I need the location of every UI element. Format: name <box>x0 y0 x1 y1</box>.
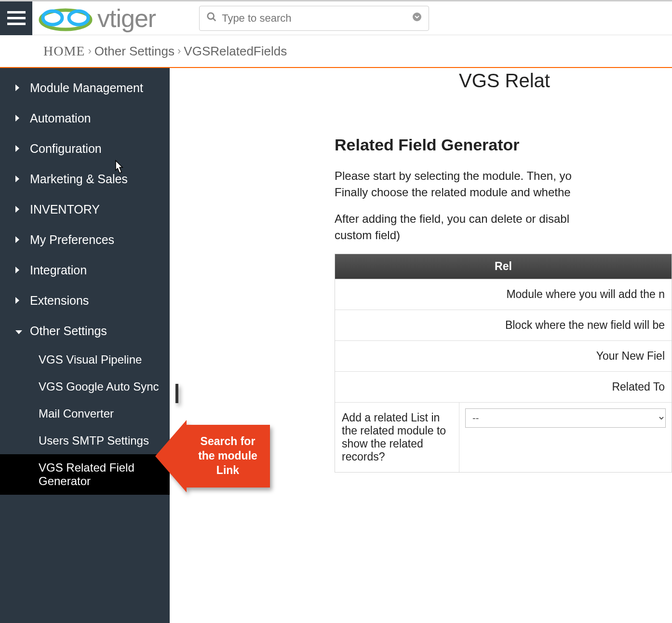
main-content: VGS Relat Related Field Generator Please… <box>170 68 672 623</box>
search-box[interactable] <box>199 6 429 31</box>
chevron-right-icon <box>14 233 21 247</box>
svg-point-6 <box>208 13 214 19</box>
chevron-right-icon: › <box>177 45 181 57</box>
chevron-right-icon <box>14 111 21 125</box>
breadcrumb-item[interactable]: VGSRelatedFields <box>184 44 287 59</box>
config-row: Related To <box>335 372 672 403</box>
body: Module Management Automation Configurati… <box>0 68 672 623</box>
config-row: Your New Fiel <box>335 341 672 372</box>
sidebar-subitem-google-auto-sync[interactable]: VGS Google Auto Sync <box>0 373 170 400</box>
hamburger-menu-button[interactable] <box>0 1 32 35</box>
chevron-right-icon <box>14 263 21 277</box>
sidebar-item-label: Configuration <box>30 142 102 156</box>
config-row: Block where the new field will be <box>335 310 672 341</box>
sidebar-item-automation[interactable]: Automation <box>0 103 170 134</box>
sidebar-item-label: INVENTORY <box>30 203 100 217</box>
sidebar-item-label: Automation <box>30 111 91 125</box>
svg-line-7 <box>213 18 216 21</box>
topbar: vtiger <box>0 0 672 35</box>
config-cell-label: Related To <box>335 372 672 402</box>
sidebar-item-label: My Preferences <box>30 233 114 247</box>
breadcrumb-item[interactable]: Other Settings <box>94 44 175 59</box>
sidebar-item-label: Extensions <box>30 294 89 308</box>
logo[interactable]: vtiger <box>38 4 156 33</box>
description-line-1: Please start by selecting the module. Th… <box>335 168 672 200</box>
sidebar-item-inventory[interactable]: INVENTORY <box>0 194 170 225</box>
svg-rect-1 <box>7 17 26 19</box>
config-header: Rel <box>335 254 672 279</box>
svg-rect-2 <box>7 23 26 25</box>
description-line-2: After adding the field, you can delete o… <box>335 211 672 243</box>
config-cell-label: Block where the new field will be <box>335 310 672 340</box>
sidebar-subitem-users-smtp[interactable]: Users SMTP Settings <box>0 427 170 454</box>
sidebar-subitem-mail-converter[interactable]: Mail Converter <box>0 400 170 427</box>
search-input[interactable] <box>222 12 412 25</box>
sidebar-item-configuration[interactable]: Configuration <box>0 134 170 164</box>
section-heading: Related Field Generator <box>335 135 672 154</box>
callout-annotation: Search for the module Link <box>155 425 240 488</box>
sidebar-subitem-label: Mail Converter <box>39 407 114 420</box>
sidebar-item-my-preferences[interactable]: My Preferences <box>0 225 170 255</box>
desc-text: Please start by selecting the module. Th… <box>335 169 572 182</box>
arrow-left-icon <box>155 420 187 492</box>
sidebar-item-label: Module Management <box>30 81 143 95</box>
breadcrumb-home[interactable]: HOME <box>43 43 85 59</box>
sidebar-subitem-related-field-generator[interactable]: VGS Related Field Generator <box>0 454 170 495</box>
desc-text: custom field) <box>335 229 400 242</box>
sidebar-item-module-management[interactable]: Module Management <box>0 73 170 103</box>
sidebar-subitem-label: VGS Visual Pipeline <box>39 353 142 366</box>
chevron-right-icon <box>14 294 21 308</box>
hamburger-icon <box>7 11 26 26</box>
desc-text: After adding the field, you can delete o… <box>335 212 569 225</box>
desc-text: Finally choose the related module and wh… <box>335 186 571 199</box>
config-cell-label: Module where you will add the n <box>335 279 672 310</box>
svg-rect-0 <box>7 11 26 14</box>
page-title: VGS Relat <box>459 70 550 92</box>
sidebar-subitem-label: VGS Related Field Generator <box>39 461 134 488</box>
sidebar: Module Management Automation Configurati… <box>0 68 170 623</box>
sidebar-item-label: Other Settings <box>30 324 107 338</box>
chevron-right-icon <box>14 203 21 217</box>
search-icon <box>206 12 217 25</box>
logo-text: vtiger <box>97 4 156 33</box>
sidebar-subitem-visual-pipeline[interactable]: VGS Visual Pipeline <box>0 346 170 373</box>
chevron-right-icon <box>14 142 21 156</box>
chevron-right-icon <box>14 172 21 186</box>
sidebar-item-integration[interactable]: Integration <box>0 255 170 285</box>
search-dropdown-icon[interactable] <box>412 12 422 25</box>
callout-text: Search for the module Link <box>186 425 270 488</box>
sidebar-item-extensions[interactable]: Extensions <box>0 285 170 316</box>
config-cell-label: Add a related List in the related module… <box>335 403 459 472</box>
sidebar-item-label: Integration <box>30 263 87 277</box>
sidebar-item-label: Marketing & Sales <box>30 172 128 186</box>
svg-point-8 <box>413 13 421 21</box>
callout-stem-icon <box>175 384 178 403</box>
config-cell-label: Your New Fiel <box>335 341 672 371</box>
config-row: Module where you will add the n <box>335 279 672 310</box>
config-cell-input: -- <box>459 403 672 472</box>
chevron-right-icon <box>14 81 21 95</box>
sidebar-subitem-label: Users SMTP Settings <box>39 434 149 447</box>
breadcrumb: HOME › Other Settings › VGSRelatedFields <box>0 35 672 68</box>
chevron-right-icon: › <box>88 45 91 57</box>
chevron-down-icon <box>14 324 21 338</box>
content-area: Related Field Generator Please start by … <box>335 135 672 473</box>
logo-cloud-icon <box>38 4 94 32</box>
related-list-select[interactable]: -- <box>465 408 666 428</box>
config-table: Rel Module where you will add the n Bloc… <box>335 254 672 473</box>
sidebar-subitem-label: VGS Google Auto Sync <box>39 380 159 393</box>
config-row: Add a related List in the related module… <box>335 403 672 472</box>
sidebar-item-other-settings[interactable]: Other Settings <box>0 316 170 346</box>
sidebar-item-marketing-sales[interactable]: Marketing & Sales <box>0 164 170 194</box>
